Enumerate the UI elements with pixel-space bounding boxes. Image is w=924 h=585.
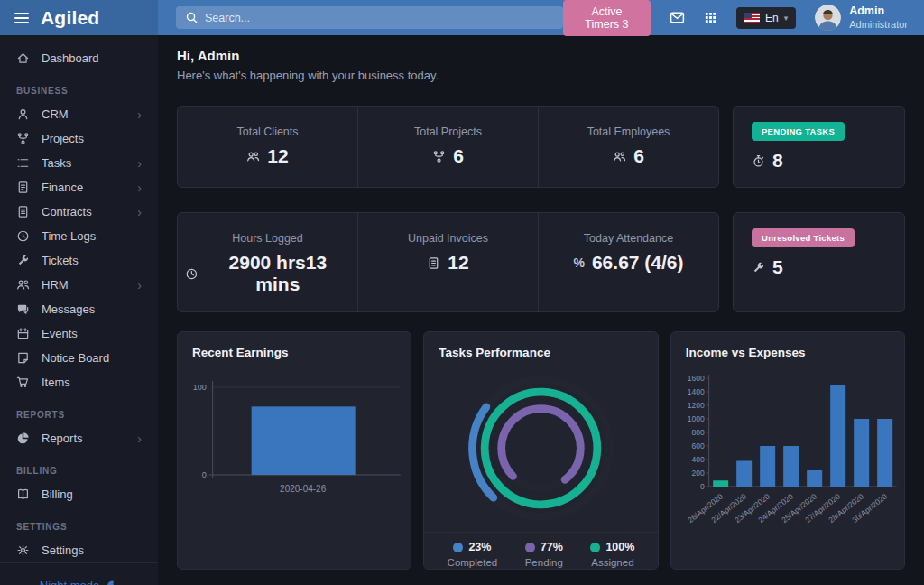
- stat-card-group: Hours Logged2900 hrs13 minsUnpaid Invoic…: [177, 212, 719, 312]
- chart-pie-icon: [16, 432, 30, 445]
- recent-earnings-chart: 01002020-04-26: [178, 365, 411, 569]
- tasks-performance-legend: 23%Completed77%Pending100%Assigned: [424, 532, 657, 570]
- sidebar: DashboardBUSINESSCRM›ProjectsTasks›Finan…: [0, 35, 158, 585]
- messages-mail-icon[interactable]: [670, 10, 685, 25]
- avatar: [815, 5, 841, 31]
- stat-card-today-attendance: Today Attendance%66.67 (4/6): [538, 213, 718, 311]
- users-icon: [246, 150, 260, 163]
- list-icon: [16, 156, 30, 170]
- sidebar-item-billing[interactable]: Billing: [0, 482, 158, 506]
- sidebar-footer: Night mode: [0, 562, 158, 585]
- sidebar-item-reports[interactable]: Reports›: [0, 426, 158, 450]
- hamburger-menu-icon[interactable]: [14, 13, 29, 23]
- sidebar-item-label: Events: [42, 327, 78, 340]
- users-icon: [613, 150, 626, 163]
- stat-value: 2900 hrs13 mins: [185, 252, 350, 295]
- sidebar-item-label: Reports: [42, 432, 83, 445]
- home-icon: [16, 51, 30, 65]
- stat-card-unresolved-tickets: Unresolved Tickets5: [733, 212, 905, 312]
- sidebar-section-label: SETTINGS: [0, 506, 158, 538]
- user-role: Administrator: [849, 19, 908, 31]
- stat-number: 12: [448, 252, 468, 274]
- stat-card-total-projects: Total Projects6: [357, 107, 538, 187]
- sidebar-item-hrm[interactable]: HRM›: [0, 273, 158, 297]
- legend-label: Pending: [525, 557, 563, 568]
- stat-number: 2900 hrs13 mins: [206, 252, 350, 295]
- sidebar-item-tasks[interactable]: Tasks›: [0, 151, 158, 175]
- page-subtitle: Here's what's happening with your busine…: [177, 69, 905, 82]
- top-bar-main: Active Timers 3 En ▾ Admin Administrator: [158, 0, 924, 35]
- branch-icon: [16, 132, 30, 145]
- sidebar-item-notice-board[interactable]: Notice Board: [0, 346, 158, 370]
- apps-grid-icon[interactable]: [704, 11, 717, 24]
- sidebar-item-label: Contracts: [42, 205, 92, 218]
- sidebar-item-settings[interactable]: Settings: [0, 538, 158, 562]
- sidebar-item-dashboard[interactable]: Dashboard: [0, 46, 158, 70]
- sidebar-item-messages[interactable]: Messages: [0, 297, 158, 321]
- stopwatch-icon: [752, 154, 765, 168]
- language-selector[interactable]: En ▾: [736, 7, 796, 29]
- stat-card-group: Total Clients12Total Projects6Total Empl…: [177, 106, 719, 188]
- page-title: Hi, Admin: [177, 48, 905, 63]
- svg-text:100: 100: [193, 383, 207, 392]
- calendar-icon: [16, 327, 30, 340]
- language-label: En: [765, 12, 779, 24]
- sidebar-item-label: Projects: [42, 132, 84, 145]
- sidebar-item-finance[interactable]: Finance›: [0, 175, 158, 200]
- sidebar-item-label: Settings: [42, 543, 84, 557]
- sidebar-item-crm[interactable]: CRM›: [0, 102, 158, 126]
- percent-icon: %: [573, 255, 584, 270]
- moon-icon: [106, 580, 118, 585]
- sticky-note-icon: [16, 351, 30, 365]
- sidebar-item-time-logs[interactable]: Time Logs: [0, 224, 158, 248]
- sidebar-item-label: Notice Board: [42, 351, 109, 365]
- sidebar-item-projects[interactable]: Projects: [0, 126, 158, 151]
- search-box: [176, 6, 563, 29]
- user-icon: [16, 107, 30, 121]
- user-menu[interactable]: Admin Administrator: [815, 5, 908, 31]
- svg-text:200: 200: [691, 469, 704, 478]
- stat-value: 6: [365, 145, 531, 167]
- stat-value: 12: [185, 145, 350, 167]
- stat-label: Today Attendance: [546, 232, 711, 245]
- svg-text:1600: 1600: [687, 374, 704, 383]
- legend-label: Completed: [448, 557, 498, 568]
- search-input[interactable]: [176, 6, 563, 29]
- sidebar-item-label: Messages: [42, 302, 95, 316]
- stat-label: Hours Logged: [185, 232, 350, 245]
- contract-icon: [16, 205, 30, 218]
- sidebar-item-label: Time Logs: [42, 229, 96, 243]
- tasks-performance-chart: [424, 365, 657, 532]
- book-icon: [16, 488, 30, 501]
- active-timers-button[interactable]: Active Timers 3: [563, 0, 651, 36]
- stat-number: 66.67 (4/6): [592, 252, 684, 274]
- comments-icon: [16, 302, 30, 316]
- night-mode-toggle[interactable]: Night mode: [40, 579, 118, 585]
- sidebar-item-label: Items: [42, 376, 70, 389]
- stat-row-1: Total Clients12Total Projects6Total Empl…: [177, 106, 905, 188]
- wrench-icon: [752, 261, 765, 274]
- sidebar-section-label: BUSINESS: [0, 70, 158, 102]
- stat-value: 6: [546, 145, 711, 167]
- svg-text:0: 0: [202, 470, 207, 479]
- stat-value: 8: [752, 150, 886, 172]
- sidebar-item-label: Finance: [42, 181, 83, 194]
- stat-value: 12: [365, 252, 531, 274]
- chevron-right-icon: ›: [137, 279, 142, 292]
- sidebar-item-label: HRM: [42, 278, 69, 292]
- tasks-performance-card: Tasks Performance 23%Completed77%Pending…: [423, 331, 658, 570]
- sidebar-item-events[interactable]: Events: [0, 321, 158, 346]
- legend-percent: 77%: [541, 541, 563, 553]
- sidebar-item-contracts[interactable]: Contracts›: [0, 200, 158, 224]
- svg-text:1400: 1400: [687, 387, 704, 396]
- sidebar-item-items[interactable]: Items: [0, 370, 158, 395]
- stat-card-unpaid-invoices: Unpaid Invoices12: [357, 213, 538, 311]
- income-vs-expenses-card: Income vs Expenses 020040060080010001200…: [670, 331, 905, 570]
- svg-text:800: 800: [691, 428, 704, 437]
- app-logo: Agiled: [41, 7, 99, 29]
- top-bar: Agiled Active Timers 3 En ▾: [0, 0, 924, 35]
- legend-item-completed: 23%Completed: [448, 541, 498, 568]
- tasks-performance-title: Tasks Performance: [424, 332, 657, 365]
- sidebar-item-tickets[interactable]: Tickets: [0, 248, 158, 273]
- svg-text:2020-04-26: 2020-04-26: [280, 484, 327, 494]
